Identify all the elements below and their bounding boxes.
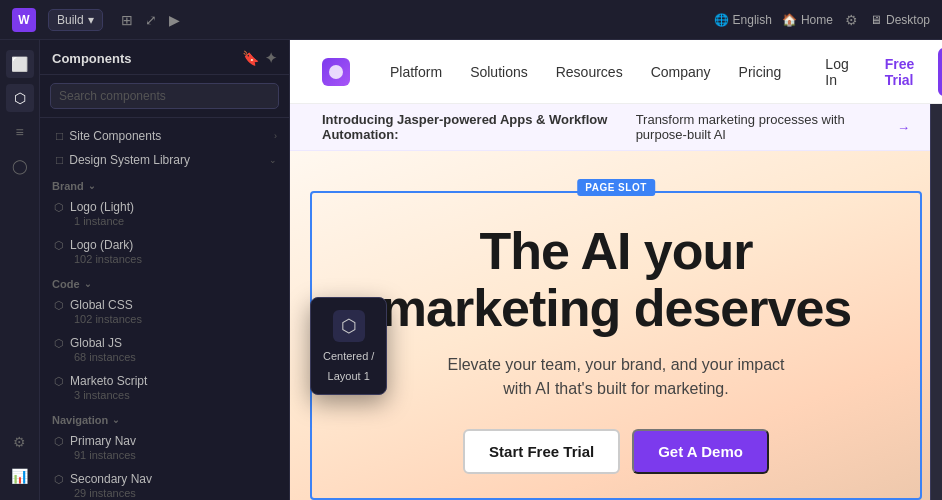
website-preview: Platform Solutions Resources Company Pri…: [290, 40, 942, 500]
sidebar-item-pages[interactable]: ⬜: [6, 50, 34, 78]
language-label: English: [733, 13, 772, 27]
tree-item-design-system[interactable]: □ Design System Library ⌄: [40, 148, 289, 172]
folder-icon: □: [56, 129, 63, 143]
brand-arrow: ⌄: [88, 181, 96, 191]
desktop-view[interactable]: 🖥 Desktop: [870, 13, 930, 27]
expand-icon: ⌄: [269, 155, 277, 165]
preview-area: Platform Solutions Resources Company Pri…: [290, 40, 942, 500]
component-primary-nav[interactable]: ⬡ Primary Nav 91 instances: [40, 428, 289, 466]
build-button[interactable]: Build ▾: [48, 9, 103, 31]
chevron-right-icon: ›: [274, 131, 277, 141]
sidebar-icons: ⬜ ⬡ ≡ ◯ ⚙ 📊: [0, 40, 40, 500]
hero-section: ⬡ Centered / Layout 1 PAGE SLOT The AI y…: [290, 151, 942, 500]
sidebar-item-analytics[interactable]: 📊: [6, 462, 34, 490]
hero-subtitle: Elevate your team, your brand, and your …: [447, 353, 784, 401]
panel-header: Components 🔖 ✦: [40, 40, 289, 75]
category-navigation[interactable]: Navigation ⌄: [40, 406, 289, 428]
nav-resources[interactable]: Resources: [556, 64, 623, 80]
component-marketo[interactable]: ⬡ Marketo Script 3 instances: [40, 368, 289, 406]
panel-header-icons: 🔖 ✦: [242, 50, 277, 66]
site-logo: [322, 58, 350, 86]
chart-icon[interactable]: ⤢: [143, 10, 159, 30]
component-icon: ⬡: [54, 201, 64, 214]
component-icon-primary-nav: ⬡: [54, 435, 64, 448]
component-overlay[interactable]: ⬡ Centered / Layout 1: [310, 297, 387, 395]
toolbar: W Build ▾ ⊞ ⤢ ▶ 🌐 English 🏠 Home ⚙ 🖥 Des…: [0, 0, 942, 40]
component-icon-marketo: ⬡: [54, 375, 64, 388]
add-icon[interactable]: ✦: [265, 50, 277, 66]
home-link[interactable]: 🏠 Home: [782, 13, 833, 27]
chevron-down-icon: ▾: [88, 13, 94, 27]
panel-title: Components: [52, 51, 131, 66]
brand-label: Brand: [52, 180, 84, 192]
site-nav: Platform Solutions Resources Company Pri…: [290, 40, 942, 104]
grid-icon[interactable]: ⊞: [119, 10, 135, 30]
login-button[interactable]: Log In: [813, 50, 860, 94]
get-demo-hero-button[interactable]: Get A Demo: [632, 429, 769, 474]
desktop-icon: 🖥: [870, 13, 882, 27]
announcement-suffix: Transform marketing processes with purpo…: [636, 112, 891, 142]
nav-links: Platform Solutions Resources Company Pri…: [390, 64, 781, 80]
components-panel: Components 🔖 ✦ □ Site Components › □ Des…: [40, 40, 290, 500]
bookmark-icon[interactable]: 🔖: [242, 50, 259, 66]
component-icon-css: ⬡: [54, 299, 64, 312]
hero-buttons: Start Free Trial Get A Demo: [463, 429, 769, 474]
overlay-label2: Layout 1: [328, 370, 370, 382]
sidebar-item-layers[interactable]: ≡: [6, 118, 34, 146]
site-components-label: Site Components: [69, 129, 161, 143]
toolbar-right: 🌐 English 🏠 Home ⚙ 🖥 Desktop: [714, 10, 930, 30]
get-demo-nav-button[interactable]: Get A Demo: [938, 48, 942, 96]
folder-icon-ds: □: [56, 153, 63, 167]
home-icon: 🏠: [782, 13, 797, 27]
nav-platform[interactable]: Platform: [390, 64, 442, 80]
globe-icon: 🌐: [714, 13, 729, 27]
play-icon[interactable]: ▶: [167, 10, 182, 30]
sidebar-item-assets[interactable]: ◯: [6, 152, 34, 180]
app-logo[interactable]: W: [12, 8, 36, 32]
navigation-label: Navigation: [52, 414, 108, 426]
component-icon-secondary-nav: ⬡: [54, 473, 64, 486]
nav-pricing[interactable]: Pricing: [739, 64, 782, 80]
component-secondary-nav[interactable]: ⬡ Secondary Nav 29 instances: [40, 466, 289, 500]
sidebar-item-settings[interactable]: ⚙: [6, 428, 34, 456]
hero-content-box: PAGE SLOT The AI your marketing deserves…: [310, 191, 922, 500]
announcement-bar: Introducing Jasper-powered Apps & Workfl…: [290, 104, 942, 151]
search-input[interactable]: [50, 83, 279, 109]
home-label: Home: [801, 13, 833, 27]
start-free-trial-button[interactable]: Start Free Trial: [463, 429, 620, 474]
tree-item-site-components[interactable]: □ Site Components ›: [40, 124, 289, 148]
category-code[interactable]: Code ⌄: [40, 270, 289, 292]
component-global-js[interactable]: ⬡ Global JS 68 instances: [40, 330, 289, 368]
free-trial-nav-button[interactable]: Free Trial: [873, 50, 927, 94]
hero-subtitle-line1: Elevate your team, your brand, and your …: [447, 356, 784, 373]
settings-icon[interactable]: ⚙: [843, 10, 860, 30]
language-selector[interactable]: 🌐 English: [714, 13, 772, 27]
main-layout: ⬜ ⬡ ≡ ◯ ⚙ 📊 Components 🔖 ✦ □ Site Compon…: [0, 40, 942, 500]
hero-subtitle-line2: with AI that's built for marketing.: [503, 380, 728, 397]
code-label: Code: [52, 278, 80, 290]
component-icon-js: ⬡: [54, 337, 64, 350]
category-brand[interactable]: Brand ⌄: [40, 172, 289, 194]
hero-title-line2: marketing deserves: [381, 279, 852, 337]
component-logo-light[interactable]: ⬡ Logo (Light) 1 instance: [40, 194, 289, 232]
search-box: [40, 75, 289, 118]
announcement-prefix: Introducing Jasper-powered Apps & Workfl…: [322, 112, 630, 142]
announcement-arrow[interactable]: →: [897, 120, 910, 135]
code-arrow: ⌄: [84, 279, 92, 289]
overlay-label: Centered /: [323, 350, 374, 362]
panel-content: □ Site Components › □ Design System Libr…: [40, 118, 289, 500]
sidebar-item-components[interactable]: ⬡: [6, 84, 34, 112]
hero-title-line1: The AI your: [479, 222, 752, 280]
svg-point-0: [329, 65, 343, 79]
nav-actions: Log In Free Trial Get A Demo: [813, 48, 942, 96]
scrollbar[interactable]: [930, 40, 942, 500]
nav-solutions[interactable]: Solutions: [470, 64, 528, 80]
overlay-component-icon: ⬡: [333, 310, 365, 342]
page-slot-badge: PAGE SLOT: [577, 179, 655, 196]
nav-arrow: ⌄: [112, 415, 120, 425]
component-icon-2: ⬡: [54, 239, 64, 252]
nav-company[interactable]: Company: [651, 64, 711, 80]
design-system-label: Design System Library: [69, 153, 190, 167]
component-global-css[interactable]: ⬡ Global CSS 102 instances: [40, 292, 289, 330]
component-logo-dark[interactable]: ⬡ Logo (Dark) 102 instances: [40, 232, 289, 270]
